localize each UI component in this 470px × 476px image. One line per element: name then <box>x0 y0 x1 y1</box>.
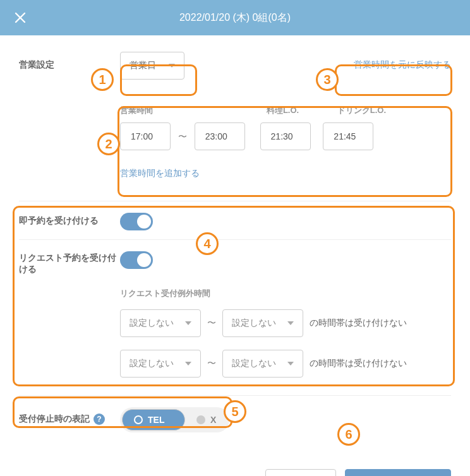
food-lo-label: 料理L.O. <box>267 105 327 116</box>
request-booking-toggle[interactable] <box>120 251 153 269</box>
stop-notation-x-option[interactable]: X <box>185 409 227 431</box>
close-icon <box>14 11 27 24</box>
modal-title: 2022/01/20 (木) 0組(0名) <box>0 11 470 25</box>
annotation-marker-3: 3 <box>316 68 339 91</box>
drink-lo-label: ドリンクL.O. <box>337 105 398 116</box>
exclusion-tilde: 〜 <box>207 318 216 329</box>
annotation-marker-5: 5 <box>224 400 246 423</box>
chevron-down-icon <box>185 362 191 366</box>
modal-body: 営業設定 営業日 営業時間を元に反映する 営業時間 料理L.O. ドリンクL.O… <box>0 35 470 454</box>
request-booking-label: リクエスト予約を受け付ける <box>19 251 120 275</box>
request-exclusion-block: リクエスト受付例外時間 設定しない 〜 設定しない の時間帯は受け付けない 設定… <box>120 288 451 378</box>
hours-label: 営業時間 <box>120 105 246 116</box>
modal-footer: キャンセル この内容で保存する <box>0 454 470 476</box>
exclusion-2-from-select[interactable]: 設定しない <box>120 350 201 378</box>
exclusion-suffix: の時間帯は受け付けない <box>310 318 407 329</box>
annotation-marker-4: 4 <box>196 232 219 255</box>
business-day-select[interactable]: 営業日 <box>120 52 184 80</box>
exclusion-1-to-select[interactable]: 設定しない <box>222 309 303 337</box>
cancel-button[interactable]: キャンセル <box>265 469 336 476</box>
stop-notation-tel-option[interactable]: TEL <box>122 409 185 431</box>
food-lo-input[interactable]: 21:30 <box>260 122 311 150</box>
stop-notation-label: 受付停止時の表記 <box>19 414 90 425</box>
annotation-marker-2: 2 <box>97 133 120 155</box>
reflect-hours-link[interactable]: 営業時間を元に反映する <box>354 52 451 71</box>
add-hours-link[interactable]: 営業時間を追加する <box>120 168 451 179</box>
help-icon[interactable]: ? <box>93 414 105 425</box>
instant-booking-row: 即予約を受け付ける <box>19 201 451 239</box>
exclusion-row-2: 設定しない 〜 設定しない の時間帯は受け付けない <box>120 350 451 378</box>
instant-booking-toggle[interactable] <box>120 213 153 230</box>
business-hours-block: 営業時間 料理L.O. ドリンクL.O. 17:00 〜 23:00 21:30 <box>120 105 451 179</box>
business-day-select-value: 営業日 <box>130 60 156 71</box>
request-booking-row: リクエスト予約を受け付ける <box>19 240 451 275</box>
exclusion-tilde: 〜 <box>207 358 216 369</box>
exclusion-row-1: 設定しない 〜 設定しない の時間帯は受け付けない <box>120 309 451 337</box>
chevron-down-icon <box>287 362 294 366</box>
chevron-down-icon <box>287 321 294 325</box>
drink-lo-input[interactable]: 21:45 <box>323 122 373 150</box>
radio-icon <box>134 415 143 424</box>
exclusion-suffix: の時間帯は受け付けない <box>310 358 407 369</box>
open-time-input[interactable]: 17:00 <box>120 122 171 150</box>
business-setting-row: 営業設定 営業日 営業時間を元に反映する <box>19 52 451 80</box>
instant-booking-label: 即予約を受け付ける <box>19 213 120 227</box>
radio-icon <box>196 415 205 424</box>
close-button[interactable] <box>13 10 28 25</box>
annotation-marker-1: 1 <box>91 68 114 91</box>
chevron-down-icon <box>185 321 191 325</box>
close-time-input[interactable]: 23:00 <box>195 122 245 150</box>
request-exclusion-title: リクエスト受付例外時間 <box>120 288 451 299</box>
openclose-tilde: 〜 <box>178 122 187 150</box>
exclusion-2-to-select[interactable]: 設定しない <box>222 350 303 378</box>
modal-root: 2022/01/20 (木) 0組(0名) 営業設定 営業日 営業時間を元に反映… <box>0 0 470 476</box>
modal-header: 2022/01/20 (木) 0組(0名) <box>0 0 470 35</box>
save-button[interactable]: この内容で保存する <box>345 469 451 476</box>
chevron-down-icon <box>169 64 175 68</box>
exclusion-1-from-select[interactable]: 設定しない <box>120 309 201 337</box>
stop-notation-segmented: TEL X <box>120 407 229 432</box>
annotation-marker-6: 6 <box>337 423 360 446</box>
